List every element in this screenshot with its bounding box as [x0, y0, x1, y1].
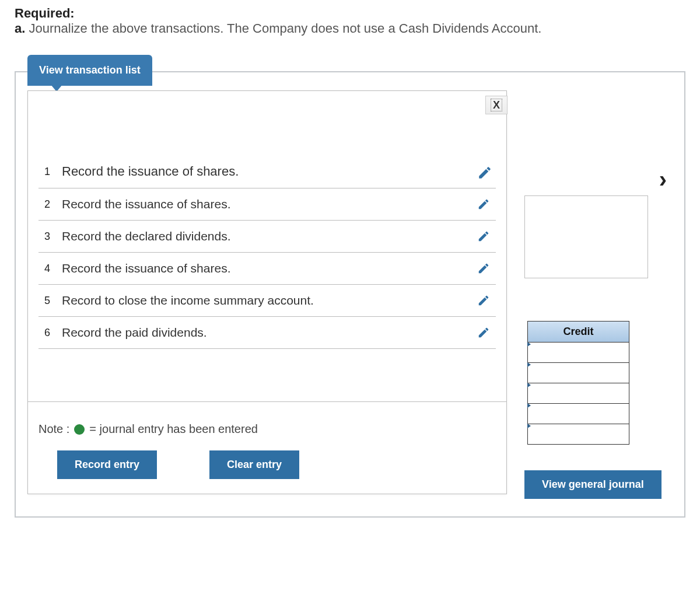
credit-table: Credit	[527, 321, 629, 445]
transaction-item[interactable]: 5 Record to close the income summary acc…	[38, 284, 496, 316]
transaction-num: 1	[44, 166, 62, 178]
transaction-num: 5	[44, 295, 62, 307]
credit-header: Credit	[527, 321, 629, 343]
transaction-label: Record the issuance of shares.	[62, 197, 477, 211]
transaction-label: Record the declared dividends.	[62, 229, 477, 243]
transaction-item[interactable]: 4 Record the issuance of shares.	[38, 252, 496, 284]
edit-icon[interactable]	[477, 262, 490, 275]
credit-cell[interactable]	[527, 343, 629, 363]
transaction-label: Record to close the income summary accou…	[62, 293, 477, 308]
transaction-num: 4	[44, 263, 62, 275]
edit-icon[interactable]	[477, 165, 490, 178]
note-row: Note : = journal entry has been entered	[28, 401, 506, 442]
transaction-num: 3	[44, 230, 62, 243]
transaction-item[interactable]: 1 Record the issuance of shares.	[38, 155, 496, 188]
edit-icon[interactable]	[477, 198, 490, 211]
note-prefix: Note :	[38, 422, 69, 436]
transaction-num: 2	[44, 198, 62, 211]
transaction-label: Record the issuance of shares.	[62, 164, 477, 179]
credit-cell[interactable]	[527, 363, 629, 383]
prompt-text: a. Journalize the above transactions. Th…	[15, 21, 685, 36]
edit-icon[interactable]	[477, 230, 490, 243]
clear-entry-button[interactable]: Clear entry	[209, 450, 299, 479]
transaction-label: Record the paid dividends.	[62, 326, 477, 340]
transaction-num: 6	[44, 327, 62, 339]
credit-cell[interactable]	[527, 424, 629, 445]
right-side-panel: › Credit View general journal	[524, 102, 673, 499]
transaction-label: Record the issuance of shares.	[62, 261, 477, 275]
transaction-item[interactable]: 2 Record the issuance of shares.	[38, 188, 496, 220]
record-entry-button[interactable]: Record entry	[57, 450, 157, 479]
required-label: Required:	[15, 6, 685, 21]
close-button[interactable]: X	[485, 96, 508, 114]
view-transaction-list-tab[interactable]: View transaction list	[27, 55, 152, 86]
entered-indicator-icon	[74, 424, 85, 435]
close-icon: X	[491, 99, 502, 111]
transaction-list-panel: X 1 Record the issuance of shares. 2 Rec…	[27, 90, 507, 494]
input-box[interactable]	[524, 195, 648, 278]
edit-icon[interactable]	[477, 326, 490, 339]
edit-icon[interactable]	[477, 294, 490, 307]
prompt-prefix: a.	[15, 21, 25, 36]
transaction-item[interactable]: 6 Record the paid dividends.	[38, 316, 496, 349]
prompt-body: Journalize the above transactions. The C…	[29, 21, 541, 36]
note-text: = journal entry has been entered	[89, 422, 258, 436]
view-general-journal-button[interactable]: View general journal	[524, 470, 662, 499]
main-container: View transaction list X 1 Record the iss…	[15, 71, 685, 518]
credit-cell[interactable]	[527, 383, 629, 404]
chevron-right-icon[interactable]: ›	[659, 166, 667, 193]
credit-cell[interactable]	[527, 404, 629, 424]
transaction-item[interactable]: 3 Record the declared dividends.	[38, 220, 496, 252]
